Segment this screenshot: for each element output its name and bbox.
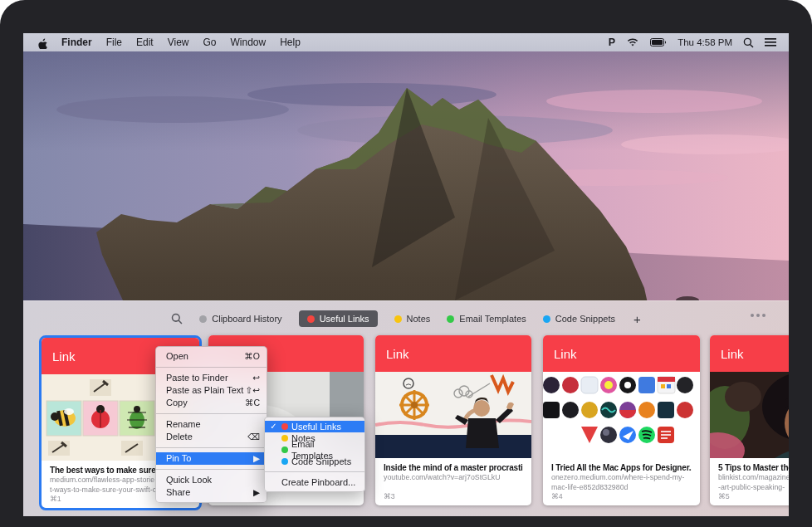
card-shortcut: ⌘3 bbox=[384, 492, 523, 500]
menubar-item-go[interactable]: Go bbox=[203, 37, 217, 48]
tab-email-templates[interactable]: Email Templates bbox=[447, 314, 526, 324]
desktop-screen: Finder File Edit View Go Window Help P bbox=[23, 33, 789, 516]
tab-useful-links[interactable]: Useful Links bbox=[299, 310, 378, 327]
tab-dot-red bbox=[307, 315, 315, 323]
paste-panel: Clipboard History Useful Links Notes Ema… bbox=[23, 300, 789, 516]
menubar-item-help[interactable]: Help bbox=[280, 37, 301, 48]
menu-item-paste-as-plain-text[interactable]: Paste as Plain Text ⇧↩ bbox=[156, 384, 267, 397]
device-frame: Finder File Edit View Go Window Help P bbox=[0, 0, 812, 527]
submenu-item-create-pinboard[interactable]: Create Pinboard... bbox=[265, 476, 364, 488]
tab-label: Useful Links bbox=[320, 314, 369, 324]
tab-dot-gray bbox=[199, 315, 207, 323]
menubar-item-edit[interactable]: Edit bbox=[136, 37, 154, 48]
spotlight-search-icon[interactable] bbox=[743, 37, 754, 48]
menu-item-share[interactable]: Share ▶ bbox=[156, 486, 267, 499]
menubar-item-window[interactable]: Window bbox=[231, 37, 267, 48]
pinboard-toolbar: Clipboard History Useful Links Notes Ema… bbox=[23, 308, 789, 329]
tab-code-snippets[interactable]: Code Snippets bbox=[543, 314, 615, 324]
menu-item-rename[interactable]: Rename bbox=[156, 418, 267, 431]
tab-label: Clipboard History bbox=[212, 314, 281, 324]
submenu-arrow-icon: ▶ bbox=[253, 486, 260, 499]
menu-bar: Finder File Edit View Go Window Help P bbox=[23, 33, 789, 51]
submenu-item-useful-links[interactable]: ✓ Useful Links bbox=[265, 421, 364, 432]
menubar-item-view[interactable]: View bbox=[168, 37, 189, 48]
tab-dot-yellow bbox=[394, 315, 402, 323]
paste-app-statusbar-icon[interactable]: P bbox=[609, 37, 615, 48]
card-shortcut: ⌘4 bbox=[551, 492, 692, 500]
pinboard-dot-green bbox=[281, 446, 288, 453]
tab-clipboard-history[interactable]: Clipboard History bbox=[199, 314, 281, 324]
menu-item-open[interactable]: Open ⌘O bbox=[156, 350, 267, 363]
battery-icon[interactable] bbox=[650, 38, 667, 46]
menu-separator bbox=[156, 447, 267, 448]
card-thumbnail bbox=[375, 372, 531, 458]
wifi-icon[interactable] bbox=[626, 37, 639, 47]
card-footer: I Tried All the Mac Apps for Designer...… bbox=[543, 458, 700, 505]
tab-dot-blue bbox=[543, 315, 550, 323]
card-thumbnail bbox=[710, 372, 789, 458]
notification-center-icon[interactable] bbox=[765, 37, 777, 47]
card-footer: 5 Tips to Master the blinkist.com/magazi… bbox=[710, 458, 789, 505]
add-pinboard-button[interactable]: + bbox=[633, 312, 641, 326]
pinboard-dot-yellow bbox=[281, 435, 288, 442]
link-card-5[interactable]: Link bbox=[710, 335, 789, 505]
menu-separator bbox=[156, 367, 267, 368]
menu-item-delete[interactable]: Delete ⌫ bbox=[156, 431, 267, 443]
menu-separator bbox=[156, 413, 267, 414]
menu-item-pin-to[interactable]: Pin To ▶ bbox=[156, 452, 267, 465]
pinboard-dot-red bbox=[281, 423, 288, 430]
search-icon[interactable] bbox=[171, 313, 183, 324]
card-url-line1: blinkist.com/magazine bbox=[718, 473, 789, 483]
menubar-app-name[interactable]: Finder bbox=[61, 37, 92, 48]
tab-label: Email Templates bbox=[459, 314, 526, 324]
tab-label: Notes bbox=[407, 314, 431, 324]
menu-item-copy[interactable]: Copy ⌘C bbox=[156, 397, 267, 409]
card-url-line1: onezero.medium.com/where-i-spend-my- bbox=[551, 473, 692, 483]
card-title: I Tried All the Mac Apps for Designer... bbox=[551, 462, 692, 473]
tab-label: Code Snippets bbox=[555, 314, 615, 324]
checkmark-icon: ✓ bbox=[269, 421, 278, 432]
menubar-item-file[interactable]: File bbox=[106, 37, 122, 48]
tab-dot-green bbox=[447, 315, 454, 323]
pinboard-dot-blue bbox=[281, 458, 288, 465]
link-card-3[interactable]: Link bbox=[375, 335, 531, 505]
card-shortcut: ⌘5 bbox=[718, 492, 789, 500]
tab-notes[interactable]: Notes bbox=[394, 314, 431, 324]
submenu-arrow-icon: ▶ bbox=[253, 452, 260, 465]
menu-item-paste-to-finder[interactable]: Paste to Finder ↩ bbox=[156, 372, 267, 384]
apple-logo-icon[interactable] bbox=[37, 37, 47, 49]
card-title: 5 Tips to Master the bbox=[718, 462, 789, 473]
card-type-header: Link bbox=[710, 335, 789, 372]
more-options-button[interactable] bbox=[751, 314, 766, 317]
card-thumbnail bbox=[543, 372, 700, 458]
card-url-line2: mac-life-e852d832980d bbox=[551, 483, 692, 493]
link-card-4[interactable]: Link I Tried All the Mac Apps for Design… bbox=[543, 335, 700, 505]
menu-item-quick-look[interactable]: Quick Look bbox=[156, 474, 267, 486]
menu-separator bbox=[156, 469, 267, 470]
card-url-line1: youtube.com/watch?v=arj7oStGLkU bbox=[384, 473, 523, 483]
pin-to-submenu: ✓ Useful Links Notes Email Templates Cod… bbox=[264, 417, 365, 492]
context-menu: Open ⌘O Paste to Finder ↩ Paste as Plain… bbox=[155, 346, 267, 503]
menubar-clock[interactable]: Thu 4:58 PM bbox=[677, 37, 732, 47]
submenu-item-email-templates[interactable]: Email Templates bbox=[265, 444, 364, 456]
card-url-line2: -art-public-speaking- bbox=[718, 483, 789, 493]
card-type-header: Link bbox=[375, 335, 531, 372]
card-title: Inside the mind of a master procrasti... bbox=[384, 462, 523, 473]
menu-separator bbox=[265, 471, 364, 472]
card-type-header: Link bbox=[543, 335, 700, 372]
submenu-item-code-snippets[interactable]: Code Snippets bbox=[265, 456, 364, 467]
card-footer: Inside the mind of a master procrasti...… bbox=[375, 458, 531, 505]
